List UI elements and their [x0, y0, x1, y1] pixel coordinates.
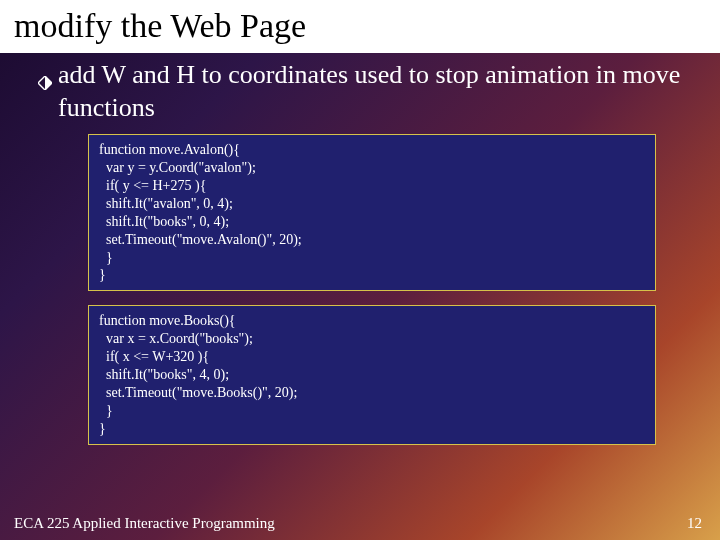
diamond-bullet-icon: [38, 66, 52, 99]
bullet-text: add W and H to coordinates used to stop …: [58, 59, 696, 124]
bullet-item: add W and H to coordinates used to stop …: [38, 59, 696, 124]
slide-body: add W and H to coordinates used to stop …: [0, 53, 720, 445]
slide-number: 12: [687, 515, 702, 532]
footer-course: ECA 225 Applied Interactive Programming: [14, 515, 275, 532]
code-block-books: function move.Books(){ var x = x.Coord("…: [88, 305, 656, 444]
slide-title: modify the Web Page: [0, 0, 720, 53]
code-block-avalon: function move.Avalon(){ var y = y.Coord(…: [88, 134, 656, 291]
title-text: modify the Web Page: [14, 7, 306, 44]
slide: modify the Web Page add W and H to coord…: [0, 0, 720, 540]
slide-footer: ECA 225 Applied Interactive Programming …: [0, 515, 720, 532]
